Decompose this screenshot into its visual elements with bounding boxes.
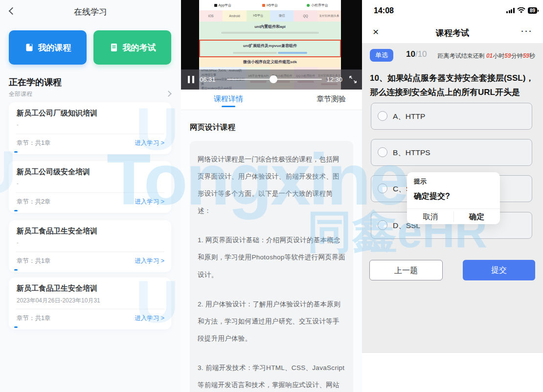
video-duration: 12:30	[326, 76, 342, 83]
divider	[16, 134, 164, 134]
course-card[interactable]: 新员工食品卫生安全培训 - 章节：共1章 进入学习 >	[9, 220, 171, 272]
radio-icon[interactable]	[378, 147, 387, 157]
previous-question-button[interactable]: 上一题	[369, 260, 443, 280]
fullscreen-icon[interactable]	[349, 75, 357, 84]
course-paragraph: 1. 网页界面设计基础：介绍网页设计的基本概念和原则，学习使用Photoshop…	[198, 231, 345, 283]
course-chapters: 章节：共1章	[17, 314, 50, 323]
blurred-text	[221, 32, 319, 34]
learning-header: 在线学习	[0, 0, 181, 23]
course-paragraph: 3. 前端开发技术：学习HTML、CSS、JavaScript等前端开发语言和技…	[198, 359, 345, 392]
uni-builtin-band: uni内置组件和api	[199, 22, 341, 40]
exam-title: 课程考试	[362, 27, 543, 39]
video-progress-track[interactable]	[227, 79, 322, 80]
platform-cell: iOS	[199, 10, 223, 22]
chevron-right-icon[interactable]	[165, 91, 172, 97]
progress-bar	[14, 210, 18, 211]
status-bar: 14:08 89	[362, 0, 543, 22]
pause-icon[interactable]	[188, 76, 194, 83]
option-a[interactable]: A、HTTP	[371, 103, 532, 130]
blurred-text	[233, 52, 277, 54]
course-card[interactable]: 新员工公司厂级知识培训 - 章节：共1章 进入学习 >	[9, 102, 171, 154]
course-card[interactable]: 新员工食品卫生安全培训 2023年04月26日-2023年10月31 章节：共1…	[9, 277, 171, 329]
course-chapters: 章节：共1章	[17, 139, 50, 147]
blurred-link-text	[278, 52, 307, 54]
question-counter: 10/10	[406, 49, 427, 59]
page-title: 在线学习	[0, 6, 181, 18]
course-title: 新员工食品卫生安全培训	[17, 227, 97, 236]
more-icon[interactable]: ···	[520, 24, 532, 36]
slide-header-mini: 小程序平台	[294, 3, 341, 8]
enter-study-link[interactable]: 进入学习 >	[135, 257, 164, 265]
enter-study-link[interactable]: 进入学习 >	[135, 314, 164, 323]
dialog-message: 确定提交?	[414, 191, 450, 202]
course-title: 新员工公司厂级知识培训	[17, 109, 97, 118]
my-exams-label: 我的考试	[123, 42, 156, 53]
uni-extension-band-highlighted: uni扩展组件及mpvue兼容组件	[199, 40, 341, 57]
all-courses-link[interactable]: 全部课程	[9, 90, 32, 98]
exam-countdown: 距离考试结束还剩 01小时59分钟59秒	[438, 52, 535, 60]
video-player[interactable]: App平台 H5平台 小程序平台 iOS Android H5平台 微信 QQ …	[181, 0, 362, 90]
video-current-time: 06:31	[200, 76, 216, 83]
course-subtitle: -	[17, 239, 19, 246]
tab-chapter-quiz[interactable]: 章节测验	[309, 94, 353, 104]
platform-cell: 支付宝|百度|头条	[317, 10, 341, 22]
option-b[interactable]: B、HTTPS	[371, 139, 532, 166]
progress-bar	[14, 269, 18, 271]
question-type-badge: 单选	[370, 49, 393, 62]
course-title: 新员工食品卫生安全培训	[17, 284, 97, 293]
dialog-confirm-button[interactable]: 确定	[453, 209, 500, 224]
course-chapters: 章节：共1章	[17, 257, 50, 265]
confirm-submit-dialog: 提示 确定提交? 取消 确定	[407, 172, 500, 224]
online-learning-screen: 在线学习 我的课程 我的考试 正在学的课程 全部课程 新员工公司厂级知识培训 -…	[0, 0, 181, 392]
course-heading: 网页设计课程	[190, 122, 235, 133]
progress-bar	[14, 326, 18, 328]
course-exam-screen: 14:08 89 × 课程考试 ··· 单选 10/10 距离考试结束还剩 01…	[362, 0, 543, 392]
h5-platform-icon	[262, 4, 265, 7]
submit-button[interactable]: 提交	[463, 260, 535, 280]
radio-icon[interactable]	[378, 184, 387, 193]
my-courses-button[interactable]: 我的课程	[9, 30, 87, 65]
dialog-title: 提示	[414, 177, 427, 186]
platform-cell: H5平台	[247, 10, 270, 22]
my-courses-label: 我的课程	[38, 42, 71, 53]
course-chapters: 章节：共2章	[17, 198, 50, 206]
video-controls: 06:31 12:30	[181, 69, 362, 90]
platform-cell: QQ	[294, 10, 317, 22]
question-text: 10、如果站点服务器支持安全套接层(SSL)，那么连接到安全站点上的所有URL开…	[370, 71, 535, 100]
miniprogram-icon	[307, 4, 310, 7]
course-card[interactable]: 新员工公司级安全培训 - 章节：共2章 进入学习 >	[9, 161, 171, 213]
exam-meta-row: 单选 10/10 距离考试结束还剩 01小时59分钟59秒	[362, 43, 543, 68]
wx-sdk-band: 微信小程序自定义组件规范sdk	[199, 57, 341, 67]
divider	[16, 192, 164, 193]
course-subtitle: -	[17, 180, 19, 187]
course-description-card: 网络设计课程是一门综合性极强的课程，包括网页界面设计、用户体验设计、前端开发技术…	[190, 141, 353, 392]
divider	[16, 309, 164, 309]
course-subtitle: -	[17, 121, 19, 128]
exam-navbar: × 课程考试 ···	[362, 22, 543, 43]
document-icon	[109, 43, 119, 52]
cellular-signal-icon	[506, 8, 515, 13]
battery-icon: 89	[528, 7, 537, 14]
video-progress-handle[interactable]	[270, 75, 277, 83]
course-date-range: 2023年04月26日-2023年10月31	[17, 297, 100, 305]
section-title: 正在学的课程	[9, 76, 62, 88]
tab-course-detail[interactable]: 课程详情	[206, 94, 250, 104]
status-time: 14:08	[374, 6, 394, 15]
slide-header-h5: H5平台	[247, 3, 294, 8]
divider	[16, 252, 164, 252]
radio-icon[interactable]	[378, 220, 387, 230]
platform-cell: Android	[223, 10, 246, 22]
course-paragraph: 网络设计课程是一门综合性极强的课程，包括网页界面设计、用户体验设计、前端开发技术…	[198, 151, 345, 219]
progress-bar	[14, 151, 18, 153]
my-exams-button[interactable]: 我的考试	[93, 30, 171, 65]
course-tabs: 课程详情 章节测验	[181, 90, 362, 110]
radio-icon[interactable]	[378, 111, 387, 121]
wifi-icon	[517, 7, 525, 14]
slide-header-app: App平台	[199, 3, 247, 8]
enter-study-link[interactable]: 进入学习 >	[135, 198, 164, 206]
browser-bottom-bar	[362, 352, 543, 392]
course-title: 新员工公司级安全培训	[17, 167, 90, 177]
book-icon	[24, 43, 34, 52]
enter-study-link[interactable]: 进入学习 >	[135, 139, 164, 147]
dialog-cancel-button[interactable]: 取消	[407, 209, 453, 224]
